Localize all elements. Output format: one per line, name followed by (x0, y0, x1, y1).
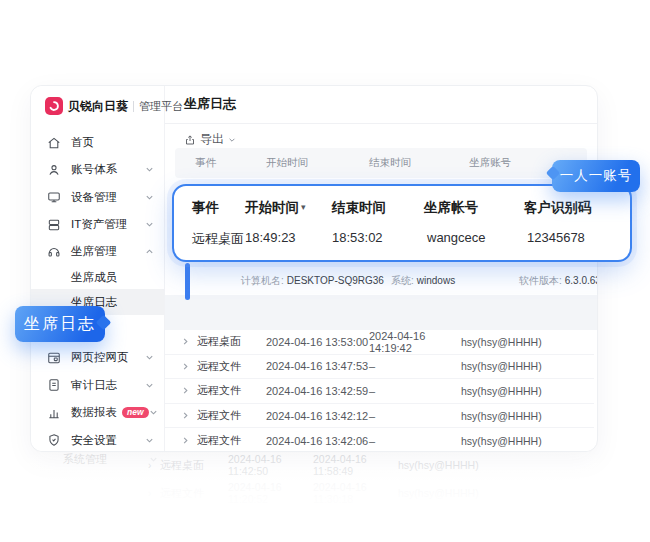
chevron-down-icon (145, 353, 154, 362)
app-window: 贝锐向日葵 管理平台 首页 账号体系 设备管理 IT资产管理 (30, 85, 598, 452)
expand-chevron-icon[interactable] (181, 362, 197, 371)
popup-column-client-id: 客户识别码 (524, 199, 592, 217)
end-time-cell: – (369, 410, 461, 422)
magnified-row-popup: 事件 开始时间▾ 结束时间 坐席帐号 客户识别码 远程桌面 18:49:23 1… (172, 184, 632, 262)
popup-column-start-time[interactable]: 开始时间▾ (245, 199, 306, 217)
account-cell: hsy(hsy@HHHH) (461, 385, 542, 397)
account-cell: hsy(hsy@HHHH) (461, 435, 542, 447)
brand-logo: 贝锐向日葵 管理平台 (45, 97, 183, 115)
sidebar-item-device-management[interactable]: 设备管理 (31, 184, 164, 211)
header-divider (165, 123, 597, 124)
export-icon (184, 134, 196, 146)
sidebar-item-label: 网页控网页 (71, 350, 129, 365)
expand-chevron-icon: › (148, 488, 160, 499)
start-time-cell: 2024-04-16 13:47:53 (266, 360, 369, 372)
home-icon (47, 136, 61, 150)
chevron-up-icon (145, 247, 154, 256)
popup-column-end-time: 结束时间 (332, 199, 386, 217)
popup-account-value: wangcece (427, 230, 486, 245)
start-time-cell: 2024-04-16 13:53:00 (266, 336, 369, 348)
popup-event-value: 远程桌面 (192, 230, 244, 248)
sidebar-item-label: 设备管理 (71, 190, 117, 205)
sidebar-subitem-agent-members[interactable]: 坐席成员 (31, 264, 164, 291)
column-header-event: 事件 (195, 156, 266, 170)
sort-caret-icon: ▾ (301, 202, 306, 212)
sidebar-item-account-system[interactable]: 账号体系 (31, 156, 164, 183)
sidebar-item-data-reports[interactable]: 数据报表 new (31, 399, 164, 426)
chevron-down-icon (228, 136, 236, 144)
sidebar-item-audit-logs[interactable]: 审计日志 (31, 372, 164, 399)
sidebar-item-label: 审计日志 (71, 378, 117, 393)
detail-section-spacer (165, 295, 597, 330)
chevron-down-icon (145, 165, 154, 174)
callout-agent-log: 坐席日志 (15, 306, 105, 342)
popup-client-id-value: 12345678 (527, 230, 585, 245)
main-panel: 坐席日志 导出 事件 开始时间 结束时间 坐席账号 计算机名:DESKTOP-S… (165, 86, 597, 451)
table-row[interactable]: 远程文件 2024-04-16 13:42:59 – hsy(hsy@HHHH) (165, 379, 594, 404)
logo-divider (133, 101, 134, 112)
popup-end-value: 18:53:02 (332, 230, 383, 245)
server-icon (47, 218, 61, 232)
start-time-cell: 2024-04-16 13:42:12 (266, 410, 369, 422)
table-row[interactable]: 远程桌面 2024-04-16 13:53:00 2024-04-16 14:1… (165, 330, 594, 355)
screenshot-canvas: 贝锐向日葵 管理平台 首页 账号体系 设备管理 IT资产管理 (0, 0, 650, 542)
event-cell: 远程文件 (197, 433, 266, 448)
account-cell: hsy(hsy@HHHH) (461, 360, 542, 372)
sidebar-item-label: 数据报表 (71, 405, 117, 420)
expand-chevron-icon[interactable] (181, 337, 197, 346)
chevron-down-icon (145, 436, 154, 445)
chevron-down-icon (145, 193, 154, 202)
callout-one-person-one-account: 一人一账号 (552, 160, 640, 192)
table-row[interactable]: 远程文件 2024-04-16 13:47:53 – hsy(hsy@HHHH) (165, 355, 594, 380)
chevron-down-icon (145, 381, 154, 390)
sidebar-item-label: 坐席成员 (71, 270, 117, 285)
sidebar-item-agent-management[interactable]: 坐席管理 (31, 238, 164, 265)
expand-chevron-icon[interactable] (181, 386, 197, 395)
ghost-table-row: › 远程桌面 2024-04-16 11:42:50 2024-04-16 11… (148, 452, 479, 478)
end-time-cell: – (369, 435, 461, 447)
sidebar-item-label: 首页 (71, 135, 94, 150)
account-cell: hsy(hsy@HHHH) (461, 410, 542, 422)
log-table-body: 远程桌面 2024-04-16 13:53:00 2024-04-16 14:1… (165, 330, 594, 451)
sidebar-item-label: 坐席管理 (71, 244, 117, 259)
end-time-cell: 2024-04-16 14:19:42 (369, 330, 461, 354)
start-time-cell: 2024-04-16 13:42:59 (266, 385, 369, 397)
system-field: 系统:windows (391, 274, 455, 288)
sidebar-item-home[interactable]: 首页 (31, 129, 164, 156)
export-button[interactable]: 导出 (184, 131, 236, 148)
event-cell: 远程桌面 (197, 334, 266, 349)
ghost-sidebar-item: 系统管理 (63, 452, 158, 467)
shield-icon (47, 433, 61, 447)
expand-chevron-icon[interactable] (181, 411, 197, 420)
end-time-cell: – (369, 385, 461, 397)
sidebar: 贝锐向日葵 管理平台 首页 账号体系 设备管理 IT资产管理 (31, 86, 165, 451)
chart-icon (47, 406, 61, 420)
monitor-icon (47, 190, 61, 204)
end-time-cell: – (369, 360, 461, 372)
sidebar-item-it-asset[interactable]: IT资产管理 (31, 211, 164, 238)
popup-start-value: 18:49:23 (245, 230, 296, 245)
user-icon (47, 163, 61, 177)
new-badge: new (122, 407, 149, 419)
popup-column-event: 事件 (192, 199, 219, 217)
sidebar-item-web-control[interactable]: 网页控网页 (31, 344, 164, 371)
ghost-table-row: › 远程文件 2024-04-16 11:20:52 2024-04-16 11… (148, 480, 479, 506)
column-header-agent-account: 坐席账号 (469, 156, 511, 170)
page-title: 坐席日志 (184, 95, 236, 113)
sidebar-item-label: 账号体系 (71, 162, 117, 177)
table-row[interactable]: 远程文件 2024-04-16 13:42:06 – hsy(hsy@HHHH) (165, 428, 594, 451)
column-header-end-time: 结束时间 (369, 156, 469, 170)
sidebar-item-label: 安全设置 (71, 433, 117, 448)
export-label: 导出 (200, 131, 224, 148)
table-row[interactable]: 远程文件 2024-04-16 13:42:12 – hsy(hsy@HHHH) (165, 404, 594, 429)
chevron-down-icon (145, 220, 154, 229)
selected-row-accent-bar (185, 263, 190, 300)
brand-logo-icon (45, 97, 63, 115)
expand-chevron-icon: › (148, 460, 160, 471)
chevron-down-icon (149, 408, 158, 417)
event-cell: 远程文件 (197, 359, 266, 374)
browser-icon (47, 351, 61, 365)
sidebar-item-security-settings[interactable]: 安全设置 (31, 427, 164, 454)
start-time-cell: 2024-04-16 13:42:06 (266, 435, 369, 447)
expand-chevron-icon[interactable] (181, 436, 197, 445)
